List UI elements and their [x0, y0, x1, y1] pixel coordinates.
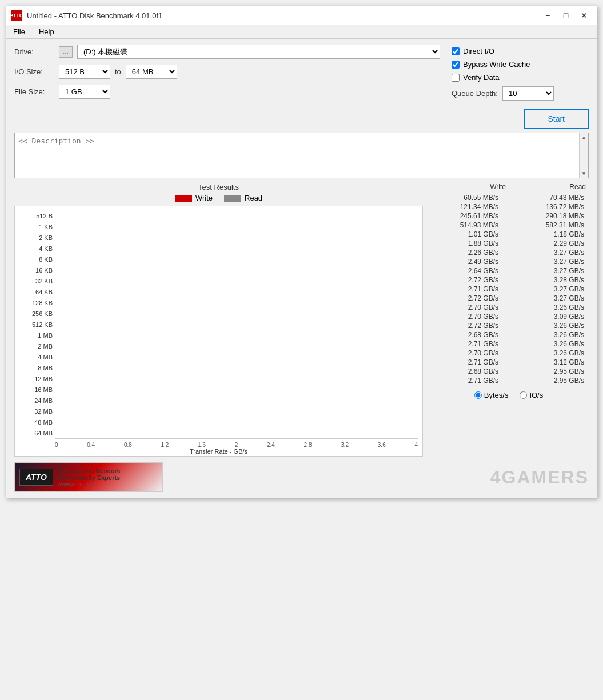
x-label: 3.6	[378, 442, 386, 448]
write-value: 2.72 GB/s	[429, 294, 503, 302]
table-row: 2.49 GB/s3.27 GB/s	[429, 257, 589, 266]
bar-label: 256 KB	[16, 309, 53, 319]
scroll-up-arrow[interactable]: ▲	[581, 134, 587, 141]
write-value: 2.71 GB/s	[429, 358, 503, 366]
queue-depth-select[interactable]: 10	[502, 86, 554, 101]
bar-group	[55, 234, 55, 242]
legend-write-color	[175, 195, 192, 202]
bar-group	[55, 277, 55, 286]
write-value: 2.70 GB/s	[429, 349, 503, 357]
x-label: 2	[235, 442, 238, 448]
title-bar: ATTO Untitled - ATTO Disk Benchmark 4.01…	[6, 6, 597, 25]
start-button[interactable]: Start	[524, 109, 589, 129]
legend-read: Read	[224, 194, 262, 202]
bar-label: 16 MB	[16, 385, 53, 395]
bytes-radio-label[interactable]: Bytes/s	[474, 391, 509, 399]
write-value: 60.55 MB/s	[429, 194, 503, 202]
read-value: 3.28 GB/s	[514, 276, 589, 284]
table-row: 2.64 GB/s3.27 GB/s	[429, 266, 589, 275]
bar-label: 32 MB	[16, 406, 53, 417]
write-value: 2.64 GB/s	[429, 267, 503, 275]
write-bar	[55, 353, 55, 357]
read-value: 3.27 GB/s	[514, 294, 589, 302]
io-size-from-select[interactable]: 512 B	[59, 65, 110, 79]
read-bar	[55, 379, 55, 383]
verify-data-checkbox[interactable]	[452, 74, 460, 82]
bar-label: 48 MB	[16, 417, 53, 427]
direct-io-checkbox[interactable]	[452, 47, 460, 55]
menu-help[interactable]: Help	[34, 26, 59, 37]
minimize-button[interactable]: −	[540, 10, 556, 21]
read-value: 3.26 GB/s	[514, 331, 589, 339]
x-label: 0.8	[124, 442, 132, 448]
legend-write: Write	[175, 194, 213, 202]
read-value: 3.26 GB/s	[514, 340, 589, 348]
bar-group	[55, 288, 55, 297]
bar-row: 48 MB	[55, 417, 422, 427]
read-bar	[55, 282, 55, 286]
read-value: 2.29 GB/s	[514, 239, 589, 247]
description-box: ▲ ▼	[14, 133, 589, 178]
read-value: 3.27 GB/s	[514, 258, 589, 266]
top-controls: Drive: ... (D:) 本機磁碟 I/O Size: 512 B to …	[14, 45, 589, 129]
bar-label: 8 MB	[16, 363, 53, 373]
description-input[interactable]	[15, 133, 579, 178]
table-row: 514.93 MB/s582.31 MB/s	[429, 221, 589, 230]
io-size-to-select[interactable]: 64 MB	[126, 65, 177, 79]
bar-label: 2 MB	[16, 341, 53, 351]
bar-label: 64 KB	[16, 287, 53, 297]
queue-depth-label: Queue Depth:	[452, 89, 498, 98]
bar-group	[55, 342, 55, 351]
menu-file[interactable]: File	[9, 26, 30, 37]
bar-row: 512 B	[55, 211, 422, 221]
scroll-down-arrow[interactable]: ▼	[581, 170, 587, 177]
read-value: 3.27 GB/s	[514, 267, 589, 275]
bypass-write-cache-checkbox[interactable]	[452, 61, 460, 69]
bypass-write-cache-row: Bypass Write Cache	[452, 60, 589, 69]
x-axis	[55, 438, 418, 439]
write-value: 1.88 GB/s	[429, 239, 503, 247]
table-row: 2.70 GB/s3.09 GB/s	[429, 312, 589, 321]
data-rows-container: 60.55 MB/s70.43 MB/s121.34 MB/s136.72 MB…	[429, 193, 589, 385]
bar-row: 128 KB	[55, 298, 422, 308]
io-radio[interactable]	[520, 391, 527, 399]
read-bar	[55, 390, 55, 394]
drive-select[interactable]: (D:) 本機磁碟	[77, 45, 440, 59]
description-scrollbar[interactable]: ▲ ▼	[579, 133, 588, 178]
bar-chart: 512 B1 KB2 KB4 KB8 KB16 KB32 KB64 KB128 …	[55, 211, 422, 438]
bar-label: 12 MB	[16, 374, 53, 384]
bar-row: 16 MB	[55, 385, 422, 395]
table-row: 2.72 GB/s3.26 GB/s	[429, 321, 589, 330]
write-value: 1.01 GB/s	[429, 230, 503, 238]
write-value: 121.34 MB/s	[429, 203, 503, 211]
direct-io-row: Direct I/O	[452, 47, 589, 55]
bar-group	[55, 386, 55, 394]
x-label: 0.4	[87, 442, 95, 448]
browse-button[interactable]: ...	[59, 46, 73, 58]
write-bar	[55, 245, 55, 249]
write-value: 2.49 GB/s	[429, 258, 503, 266]
bar-group	[55, 375, 55, 383]
bar-row: 64 MB	[55, 428, 422, 438]
table-row: 2.71 GB/s3.26 GB/s	[429, 339, 589, 349]
write-bar	[55, 342, 55, 346]
read-bar	[55, 358, 55, 362]
close-button[interactable]: ✕	[576, 10, 592, 21]
bar-row: 4 KB	[55, 243, 422, 254]
bar-label: 4 MB	[16, 352, 53, 362]
read-bar	[55, 314, 55, 318]
chart-container: Test Results Write Read 512 B1 KB2 KB4 K…	[14, 183, 423, 457]
bar-row: 1 MB	[55, 330, 422, 341]
bytes-radio[interactable]	[474, 391, 482, 399]
table-row: 245.61 MB/s290.18 MB/s	[429, 211, 589, 221]
maximize-button[interactable]: □	[558, 10, 574, 21]
file-size-select[interactable]: 1 GB	[59, 85, 110, 99]
x-label: 2.8	[304, 442, 312, 448]
io-radio-label[interactable]: IO/s	[520, 391, 543, 399]
read-bar	[55, 217, 55, 221]
bar-group	[55, 223, 55, 231]
bar-row: 256 KB	[55, 309, 422, 319]
read-bar	[55, 238, 55, 242]
write-value: 2.72 GB/s	[429, 322, 503, 330]
bypass-write-cache-label: Bypass Write Cache	[463, 60, 530, 69]
